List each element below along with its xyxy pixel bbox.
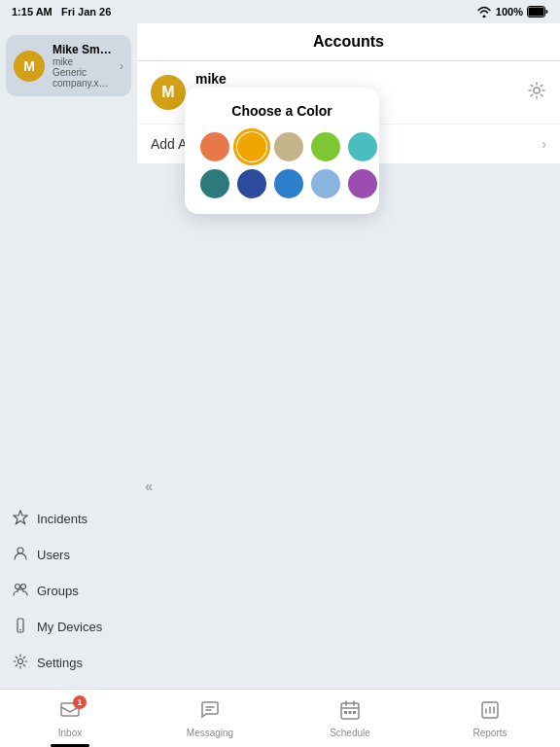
tab-inbox-label: Inbox [58,728,82,738]
status-bar: 1:15 AM Fri Jan 26 100% [0,0,560,23]
schedule-icon [339,699,361,726]
svg-point-6 [19,629,21,631]
color-circle-tan[interactable] [274,132,303,161]
account-name: mike [195,71,517,87]
settings-icon [12,654,29,672]
tab-bar: 1 Inbox Messaging Schedule [0,689,560,747]
sidebar-account-info: Mike Smith mike Generic company.xmatters… [52,43,112,89]
status-right-indicators: 100% [476,6,548,18]
svg-rect-1 [529,8,544,17]
sidebar-item-users[interactable]: Users [0,537,137,573]
svg-point-4 [21,585,26,589]
add-account-chevron-icon: › [542,136,546,152]
tab-messaging-label: Messaging [187,728,233,738]
color-picker-title: Choose a Color [200,103,364,119]
sidebar-item-incidents-label: Incidents [37,512,88,526]
inbox-icon: 1 [59,699,81,726]
color-picker-popup: Choose a Color [185,88,379,214]
color-grid [200,132,364,198]
color-circle-dark-teal[interactable] [200,169,229,198]
color-circle-purple[interactable] [348,169,377,198]
inbox-badge: 1 [73,695,87,709]
sidebar-item-users-label: Users [37,548,70,562]
sidebar-avatar: M [14,51,45,82]
color-circle-dark-blue[interactable] [237,169,266,198]
tab-inbox[interactable]: 1 Inbox [0,690,140,747]
sidebar-item-incidents[interactable]: Incidents [0,501,137,537]
svg-point-3 [16,585,20,589]
status-time: 1:15 AM [12,6,52,18]
sidebar-item-settings-label: Settings [37,656,83,670]
battery-icon [527,6,548,18]
sidebar-item-groups[interactable]: Groups [0,573,137,609]
color-circle-teal[interactable] [348,132,377,161]
wifi-icon [476,6,492,18]
incidents-icon [12,510,29,528]
status-time-date: 1:15 AM Fri Jan 26 [12,6,111,18]
sidebar-account-sub2: Generic [52,67,112,78]
sidebar-account-card[interactable]: M Mike Smith mike Generic company.xmatte… [6,35,131,96]
sidebar-account-chevron-icon: › [120,59,123,73]
svg-rect-11 [349,711,352,714]
battery-level: 100% [496,6,523,18]
tab-schedule-label: Schedule [330,728,370,738]
users-icon [12,546,29,564]
reports-icon [479,699,501,726]
svg-point-8 [534,88,540,93]
page-header: Accounts [137,23,560,61]
tab-schedule[interactable]: Schedule [280,690,420,747]
color-circle-blue[interactable] [274,169,303,198]
color-circle-orange[interactable] [200,132,229,161]
sidebar: M Mike Smith mike Generic company.xmatte… [0,23,137,689]
page-title: Accounts [313,33,384,50]
svg-point-2 [18,548,23,553]
color-circle-yellow-orange[interactable] [237,132,266,161]
sidebar-account-name: Mike Smith [52,43,112,56]
sidebar-collapse-button[interactable]: « [145,479,153,494]
svg-rect-10 [344,711,347,714]
color-circle-light-blue[interactable] [311,169,340,198]
groups-icon [12,582,29,600]
tab-messaging[interactable]: Messaging [140,690,280,747]
main-empty-area [137,163,560,689]
sidebar-item-my-devices-label: My Devices [37,620,102,634]
sidebar-account-sub1: mike [52,56,112,67]
svg-rect-12 [353,711,356,714]
messaging-icon [199,699,221,726]
account-avatar: M [151,75,186,110]
sidebar-item-groups-label: Groups [37,584,79,598]
sidebar-item-settings[interactable]: Settings [0,645,137,681]
color-circle-green[interactable] [311,132,340,161]
svg-point-7 [18,659,23,664]
my-devices-icon [12,618,29,636]
tab-reports[interactable]: Reports [420,690,560,747]
tab-reports-label: Reports [472,728,507,738]
settings-gear-icon[interactable] [527,81,546,105]
sidebar-nav: Incidents Users [0,501,137,689]
sidebar-account-sub3: company.xmatters.c... [52,78,112,89]
sidebar-item-my-devices[interactable]: My Devices [0,609,137,645]
status-date: Fri Jan 26 [61,6,111,18]
